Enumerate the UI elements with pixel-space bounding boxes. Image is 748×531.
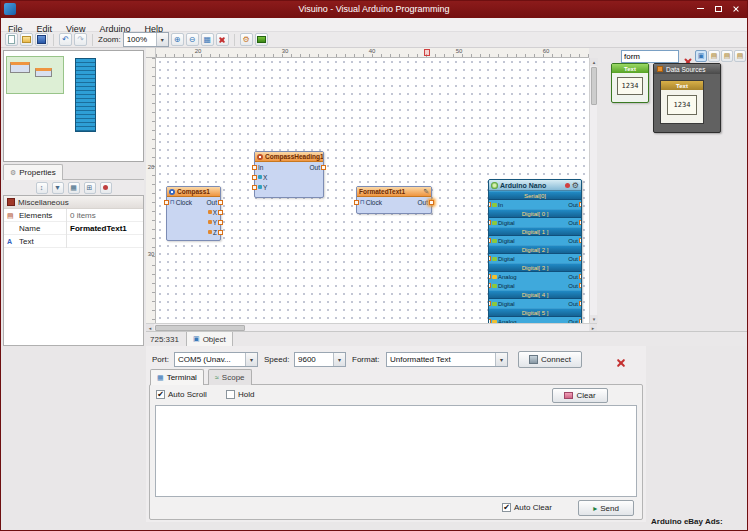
vertical-scrollbar[interactable]: ▴ ▾ <box>589 58 597 323</box>
tab-object[interactable]: ▣ Object <box>186 332 233 347</box>
board-icon[interactable] <box>255 33 268 46</box>
redo-icon[interactable]: ↷ <box>74 33 87 46</box>
close-button[interactable] <box>727 2 745 15</box>
open-project-icon[interactable] <box>20 33 33 46</box>
y-input-pin[interactable] <box>252 185 257 190</box>
input-pin[interactable] <box>488 256 491 261</box>
wrench-icon: ⚙ <box>10 169 16 177</box>
port-combobox[interactable]: COM5 (Unav... ▾ <box>174 352 258 367</box>
property-group-row[interactable]: Miscellaneous <box>4 196 143 209</box>
output-pin[interactable] <box>579 301 582 306</box>
disconnect-icon[interactable] <box>616 358 626 368</box>
pushpin-icon[interactable] <box>565 183 570 188</box>
auto-clear-checkbox[interactable]: ✔ Auto Clear <box>502 503 552 512</box>
component-header[interactable]: Compass1 <box>167 187 220 197</box>
edit-pencil-icon[interactable]: ✎ <box>423 188 429 196</box>
board-settings-gear-icon[interactable]: ⚙ <box>572 181 579 190</box>
component-header[interactable]: FormatedText1 ✎ <box>357 187 431 197</box>
in-input-pin[interactable] <box>252 165 257 170</box>
save-project-icon[interactable] <box>35 33 48 46</box>
arduino-channel-header: Serial[0] <box>489 191 581 200</box>
output-pin[interactable] <box>579 274 582 279</box>
output-pin[interactable] <box>579 220 582 225</box>
categories-icon[interactable]: ▦ <box>68 182 80 194</box>
pin-panel-icon[interactable] <box>100 182 112 194</box>
minimap[interactable] <box>3 50 144 162</box>
output-pin[interactable] <box>579 283 582 288</box>
palette-view-icon[interactable]: ▣ <box>695 50 707 62</box>
connect-button[interactable]: Connect <box>518 351 582 368</box>
filter-icon[interactable]: ▼ <box>52 182 64 194</box>
zoom-fit-icon[interactable]: ▦ <box>201 33 214 46</box>
y-output-pin[interactable] <box>218 220 223 225</box>
clock-input-pin[interactable] <box>164 200 169 205</box>
arduino-header[interactable]: Arduino Nano ⚙ <box>489 180 581 191</box>
output-pin[interactable] <box>579 256 582 261</box>
component-compass1[interactable]: Compass1 ⊓ Clock Out X Y <box>166 186 221 241</box>
scroll-up-icon[interactable]: ▴ <box>590 58 598 66</box>
maximize-button[interactable] <box>709 2 727 15</box>
speed-label: Speed: <box>264 355 289 364</box>
auto-scroll-checkbox[interactable]: ✔ Auto Scroll <box>156 390 207 399</box>
hold-checkbox[interactable]: Hold <box>226 390 254 399</box>
tab-scope[interactable]: ≈ Scope <box>208 369 252 385</box>
input-pin[interactable] <box>488 283 491 288</box>
settings-gear-icon[interactable]: ⚙ <box>240 33 253 46</box>
design-canvas[interactable]: Compass1 ⊓ Clock Out X Y <box>156 58 589 323</box>
input-pin[interactable] <box>488 238 491 243</box>
component-arduino-nano[interactable]: Arduino Nano ⚙ Serial[0]InOutDigital[ 0 … <box>488 179 582 323</box>
format-combobox[interactable]: Unformatted Text ▾ <box>386 352 508 367</box>
input-pin[interactable] <box>488 274 491 279</box>
palette-item-text[interactable]: Text 1234 <box>611 63 649 103</box>
zoom-out-icon[interactable]: ⊖ <box>186 33 199 46</box>
connect-button-label: Connect <box>541 355 571 364</box>
input-pin[interactable] <box>488 202 491 207</box>
vertical-scroll-thumb[interactable] <box>591 67 597 105</box>
send-button[interactable]: ▸ Send <box>578 500 634 516</box>
component-formatedtext1[interactable]: FormatedText1 ✎ ⊓ Clock Out <box>356 186 432 214</box>
out-output-pin[interactable] <box>429 200 434 205</box>
pin-label: Z <box>213 229 217 236</box>
clock-wave-icon: ⊓ <box>170 199 175 205</box>
pin-label: Y <box>213 219 217 226</box>
output-pin[interactable] <box>579 202 582 207</box>
tab-terminal[interactable]: ▦ Terminal <box>150 369 204 385</box>
input-pin[interactable] <box>488 220 491 225</box>
x-output-pin[interactable] <box>218 210 223 215</box>
zoom-combobox[interactable]: 100% ▾ <box>123 32 169 47</box>
pin-type-icon <box>492 275 497 279</box>
tab-properties[interactable]: ⚙ Properties <box>3 164 63 180</box>
z-output-pin[interactable] <box>218 230 223 235</box>
out-output-pin[interactable] <box>321 165 326 170</box>
delete-icon[interactable] <box>216 33 229 46</box>
clock-input-pin[interactable] <box>354 200 359 205</box>
out-output-pin[interactable] <box>218 200 223 205</box>
minimize-button[interactable] <box>691 2 709 15</box>
undo-icon[interactable]: ↶ <box>59 33 72 46</box>
component-compassheading1[interactable]: CompassHeading1 In Out X Y <box>254 151 324 198</box>
clear-button[interactable]: Clear <box>552 388 608 403</box>
speed-combobox[interactable]: 9600 ▾ <box>294 352 346 367</box>
new-project-icon[interactable] <box>5 33 18 46</box>
arduino-pin-row: DigitalOut <box>489 236 581 245</box>
component-header[interactable]: CompassHeading1 <box>255 152 323 162</box>
component-search-input[interactable] <box>621 50 679 63</box>
horizontal-scrollbar[interactable]: ◂ ▸ <box>146 323 597 331</box>
x-input-pin[interactable] <box>252 175 257 180</box>
expand-all-icon[interactable]: ⊞ <box>84 182 96 194</box>
collapse-categories-icon[interactable]: ▤ <box>721 50 733 62</box>
palette-subitem-text[interactable]: Text 1234 <box>660 80 704 124</box>
palette-group-data-sources[interactable]: Data Sources Text 1234 <box>653 63 721 133</box>
scroll-down-icon[interactable]: ▾ <box>590 315 598 323</box>
output-pin[interactable] <box>579 238 582 243</box>
property-row-text[interactable]: A Text <box>4 235 143 248</box>
zoom-in-icon[interactable]: ⊕ <box>171 33 184 46</box>
terminal-output[interactable] <box>155 405 637 497</box>
property-row-elements[interactable]: ▤ Elements 0 items <box>4 209 143 222</box>
pin-label: Y <box>263 184 267 191</box>
property-row-name[interactable]: Name FormatedText1 <box>4 222 143 235</box>
expand-categories-icon[interactable]: ▤ <box>708 50 720 62</box>
sort-icon[interactable]: ↕ <box>36 182 48 194</box>
input-pin[interactable] <box>488 301 491 306</box>
palette-options-icon[interactable]: ▤ <box>734 50 746 62</box>
